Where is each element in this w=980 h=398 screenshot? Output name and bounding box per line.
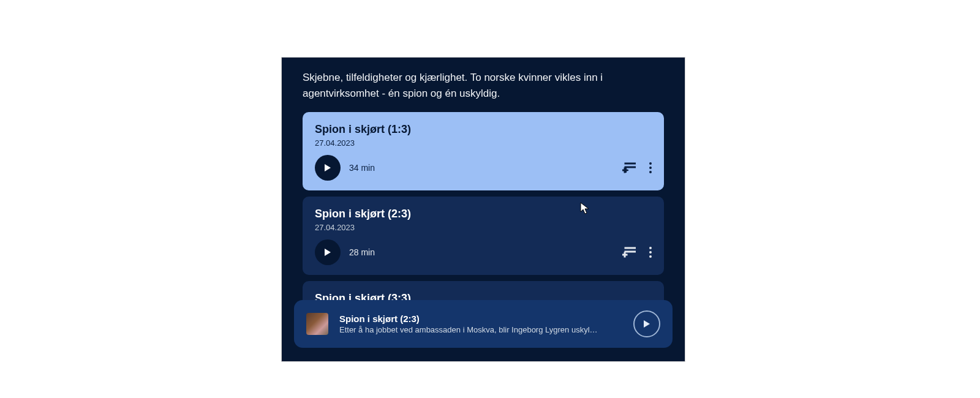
episode-card[interactable]: Spion i skjørt (1:3) 27.04.2023 34 min <box>303 112 664 190</box>
episode-list: Spion i skjørt (1:3) 27.04.2023 34 min <box>282 101 685 302</box>
episode-duration: 28 min <box>349 247 375 257</box>
episode-title: Spion i skjørt (2:3) <box>315 208 652 220</box>
add-to-queue-icon[interactable] <box>622 162 636 173</box>
svg-point-6 <box>649 171 652 173</box>
now-playing-subtitle: Etter å ha jobbet ved ambassaden i Moskv… <box>339 325 625 334</box>
svg-point-4 <box>649 162 652 165</box>
svg-rect-10 <box>624 252 625 257</box>
podcast-app-window: Skjebne, tilfeldigheter og kjærlighet. T… <box>281 57 685 362</box>
episode-date: 27.04.2023 <box>315 138 652 148</box>
episode-card[interactable]: Spion i skjørt (3:3) <box>303 281 664 302</box>
now-playing-play-button[interactable] <box>633 310 660 337</box>
svg-rect-3 <box>624 168 625 173</box>
now-playing-bar[interactable]: Spion i skjørt (2:3) Etter å ha jobbet v… <box>294 300 673 348</box>
svg-point-11 <box>649 247 652 249</box>
svg-rect-7 <box>625 247 636 249</box>
now-playing-thumbnail <box>306 313 328 335</box>
play-button[interactable] <box>315 155 341 181</box>
series-description: Skjebne, tilfeldigheter og kjærlighet. T… <box>282 58 685 101</box>
svg-point-13 <box>649 255 652 258</box>
more-options-icon[interactable] <box>649 247 652 258</box>
svg-rect-1 <box>625 167 636 168</box>
episode-card[interactable]: Spion i skjørt (2:3) 27.04.2023 28 min <box>303 197 664 275</box>
episode-date: 27.04.2023 <box>315 223 652 232</box>
svg-rect-8 <box>625 251 636 252</box>
more-options-icon[interactable] <box>649 162 652 173</box>
play-button[interactable] <box>315 239 341 265</box>
svg-rect-0 <box>625 163 636 164</box>
add-to-queue-icon[interactable] <box>622 247 636 258</box>
svg-point-5 <box>649 167 652 169</box>
now-playing-title: Spion i skjørt (2:3) <box>339 314 625 324</box>
svg-point-12 <box>649 251 652 253</box>
episode-title: Spion i skjørt (1:3) <box>315 123 652 136</box>
episode-duration: 34 min <box>349 163 375 173</box>
